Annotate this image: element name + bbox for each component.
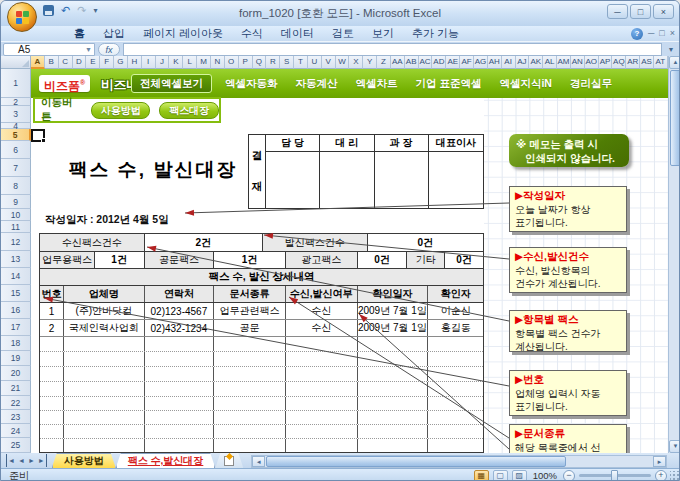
scroll-right-icon[interactable]: ► (653, 456, 666, 467)
ribbon-tab-보기[interactable]: 보기 (363, 26, 403, 41)
stats-cell[interactable]: 발신팩스건수 (263, 234, 368, 251)
empty-cell[interactable] (428, 352, 483, 366)
column-header-P[interactable]: P (239, 56, 253, 69)
column-header-S[interactable]: S (280, 56, 294, 69)
banner-menu-item-5[interactable]: 엑셀지식iN (490, 77, 561, 91)
stats-cell[interactable]: 1건 (214, 252, 286, 268)
empty-cell[interactable] (358, 382, 429, 396)
vertical-scrollbar[interactable]: ▲ ▼ (668, 56, 680, 453)
detail-cell[interactable]: 02)432-1234 (145, 320, 215, 336)
empty-cell[interactable] (286, 337, 358, 351)
column-header-U[interactable]: U (308, 56, 322, 69)
maximize-button[interactable]: □ (630, 4, 651, 19)
empty-cell[interactable] (64, 439, 145, 453)
column-header-AF[interactable]: AF (460, 56, 474, 69)
column-header-E[interactable]: E (86, 56, 100, 69)
row-header-12[interactable]: 12 (1, 233, 31, 251)
empty-cell[interactable] (64, 352, 145, 366)
empty-cell[interactable] (64, 397, 145, 410)
empty-cell[interactable] (286, 382, 358, 396)
office-button[interactable] (7, 2, 37, 32)
ribbon-tab-데이터[interactable]: 데이터 (272, 26, 323, 41)
column-header-AT[interactable]: AT (654, 56, 668, 69)
column-header-L[interactable]: L (183, 56, 197, 69)
empty-cell[interactable] (428, 397, 483, 410)
empty-cell[interactable] (40, 337, 64, 351)
first-sheet-icon[interactable]: ◄ (6, 454, 15, 467)
horizontal-scrollbar[interactable]: ◄ ► (251, 455, 667, 468)
column-header-AJ[interactable]: AJ (516, 56, 530, 69)
stats-cell[interactable]: 업무용팩스 (40, 252, 95, 268)
empty-cell[interactable] (64, 382, 145, 396)
close-button[interactable]: × (653, 4, 674, 19)
empty-cell[interactable] (145, 367, 215, 381)
empty-cell[interactable] (214, 382, 286, 396)
empty-cell[interactable] (214, 352, 286, 366)
empty-cell[interactable] (358, 439, 429, 453)
column-header-AR[interactable]: AR (626, 56, 640, 69)
ribbon-tab-검토[interactable]: 검토 (323, 26, 363, 41)
stats-cell[interactable]: 기타 (407, 252, 445, 268)
empty-cell[interactable] (214, 397, 286, 410)
detail-cell[interactable]: 2009년 7월 1일 (358, 303, 429, 319)
row-header-5[interactable]: 5 (1, 129, 31, 141)
banner-menu-item-4[interactable]: 기업 표준엑셀 (407, 77, 491, 91)
column-header-AL[interactable]: AL (543, 56, 557, 69)
help-icon[interactable]: ? (631, 28, 643, 40)
row-header-13[interactable]: 13 (1, 251, 31, 268)
zoom-slider-thumb[interactable] (611, 470, 618, 481)
column-header-V[interactable]: V (322, 56, 336, 69)
stats-cell[interactable]: 1건 (95, 252, 145, 268)
empty-cell[interactable] (428, 337, 483, 351)
ribbon-tab-페이지 레이아웃[interactable]: 페이지 레이아웃 (134, 26, 232, 41)
column-header-G[interactable]: G (114, 56, 128, 69)
column-header-AQ[interactable]: AQ (612, 56, 626, 69)
detail-header-6[interactable]: 확인자 (428, 286, 483, 302)
empty-cell[interactable] (145, 382, 215, 396)
column-header-J[interactable]: J (156, 56, 170, 69)
empty-cell[interactable] (358, 411, 429, 424)
empty-cell[interactable] (358, 352, 429, 366)
row-header-8[interactable]: 8 (1, 177, 31, 195)
scroll-left-icon[interactable]: ◄ (252, 456, 265, 467)
row-header-10[interactable]: 10 (1, 209, 31, 221)
detail-cell[interactable]: (주)안바닷컴 (64, 303, 145, 319)
row-header-19[interactable]: 19 (1, 351, 31, 366)
scroll-down-icon[interactable]: ▼ (669, 440, 680, 453)
row-header-23[interactable]: 23 (1, 410, 31, 424)
workbook-minimize-button[interactable]: ─ (648, 27, 654, 40)
banner-menu-item-3[interactable]: 엑셀차트 (347, 77, 407, 91)
zoom-out-button[interactable]: − (563, 470, 575, 481)
column-header-F[interactable]: F (100, 56, 114, 69)
row-header-1[interactable]: 1 (1, 69, 31, 98)
resize-grip[interactable] (670, 471, 680, 481)
column-header-R[interactable]: R (266, 56, 280, 69)
row-header-7[interactable]: 7 (1, 159, 31, 177)
column-header-Y[interactable]: Y (363, 56, 377, 69)
empty-cell[interactable] (358, 425, 429, 438)
row-header-2[interactable]: 2 (1, 98, 31, 106)
column-header-H[interactable]: H (128, 56, 142, 69)
empty-cell[interactable] (286, 439, 358, 453)
detail-cell[interactable]: 홍길동 (428, 320, 483, 336)
undo-icon[interactable]: ↶ (61, 5, 70, 16)
empty-cell[interactable] (40, 425, 64, 438)
empty-cell[interactable] (145, 425, 215, 438)
row-header-17[interactable]: 17 (1, 319, 31, 336)
column-header-AB[interactable]: AB (405, 56, 419, 69)
empty-cell[interactable] (286, 352, 358, 366)
empty-cell[interactable] (286, 411, 358, 424)
detail-header-0[interactable]: 번호 (40, 286, 64, 302)
page-layout-view-button[interactable]: ▢ (493, 470, 508, 481)
ribbon-tab-수식[interactable]: 수식 (232, 26, 272, 41)
empty-cell[interactable] (64, 425, 145, 438)
save-icon[interactable] (43, 5, 54, 16)
row-header-21[interactable]: 21 (1, 381, 31, 396)
detail-cell[interactable]: 수신 (286, 303, 358, 319)
row-header-18[interactable]: 18 (1, 336, 31, 351)
column-header-AS[interactable]: AS (640, 56, 654, 69)
stats-cell[interactable]: 0건 (368, 234, 483, 251)
detail-header-4[interactable]: 수신,발신여부 (286, 286, 358, 302)
approval-sign-cell[interactable] (429, 152, 483, 208)
workbook-restore-button[interactable]: □ (659, 27, 664, 40)
